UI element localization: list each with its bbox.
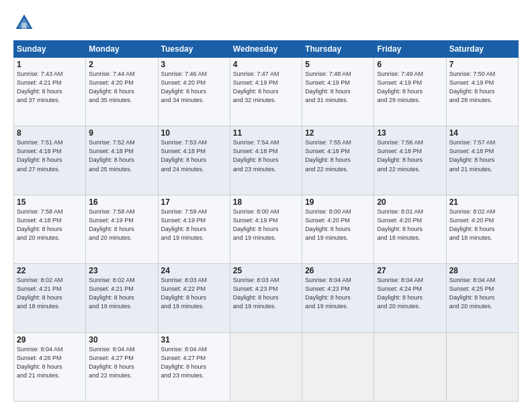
day-info: Sunrise: 8:00 AM Sunset: 4:19 PM Dayligh… xyxy=(233,208,299,242)
day-info: Sunrise: 7:52 AM Sunset: 4:18 PM Dayligh… xyxy=(89,138,154,173)
week-row-1: 1Sunrise: 7:43 AM Sunset: 4:21 PM Daylig… xyxy=(14,58,519,126)
day-info: Sunrise: 8:04 AM Sunset: 4:27 PM Dayligh… xyxy=(161,345,227,380)
calendar-cell: 8Sunrise: 7:51 AM Sunset: 4:18 PM Daylig… xyxy=(14,126,86,195)
weekday-header-sunday: Sunday xyxy=(14,41,86,58)
day-info: Sunrise: 7:56 AM Sunset: 4:18 PM Dayligh… xyxy=(377,138,443,173)
day-info: Sunrise: 8:03 AM Sunset: 4:22 PM Dayligh… xyxy=(161,276,227,311)
day-info: Sunrise: 8:04 AM Sunset: 4:24 PM Dayligh… xyxy=(377,276,443,311)
day-number: 12 xyxy=(305,128,371,138)
day-info: Sunrise: 8:02 AM Sunset: 4:21 PM Dayligh… xyxy=(89,276,154,311)
svg-rect-2 xyxy=(21,23,26,29)
day-number: 8 xyxy=(17,128,83,138)
day-number: 5 xyxy=(305,60,371,69)
calendar-cell: 27Sunrise: 8:04 AM Sunset: 4:24 PM Dayli… xyxy=(374,264,446,332)
day-number: 10 xyxy=(161,128,227,138)
calendar-cell: 5Sunrise: 7:48 AM Sunset: 4:19 PM Daylig… xyxy=(302,58,374,126)
calendar-table: SundayMondayTuesdayWednesdayThursdayFrid… xyxy=(13,40,519,402)
day-info: Sunrise: 8:02 AM Sunset: 4:20 PM Dayligh… xyxy=(449,208,515,242)
day-info: Sunrise: 7:47 AM Sunset: 4:19 PM Dayligh… xyxy=(233,70,299,105)
calendar-cell: 17Sunrise: 7:59 AM Sunset: 4:19 PM Dayli… xyxy=(158,195,230,263)
day-number: 6 xyxy=(377,60,443,69)
day-number: 21 xyxy=(449,197,515,207)
day-number: 24 xyxy=(161,266,227,275)
day-info: Sunrise: 7:43 AM Sunset: 4:21 PM Dayligh… xyxy=(17,70,83,105)
day-number: 13 xyxy=(377,128,443,138)
calendar-cell: 4Sunrise: 7:47 AM Sunset: 4:19 PM Daylig… xyxy=(230,58,302,126)
day-number: 28 xyxy=(449,266,515,275)
calendar-cell: 9Sunrise: 7:52 AM Sunset: 4:18 PM Daylig… xyxy=(86,126,158,195)
weekday-header-friday: Friday xyxy=(374,41,446,58)
day-number: 11 xyxy=(233,128,299,138)
day-number: 23 xyxy=(89,266,154,275)
day-number: 19 xyxy=(305,197,371,207)
calendar-cell: 15Sunrise: 7:58 AM Sunset: 4:18 PM Dayli… xyxy=(14,195,86,263)
day-number: 16 xyxy=(89,197,154,207)
day-number: 14 xyxy=(449,128,515,138)
calendar-cell xyxy=(302,332,374,401)
calendar-cell xyxy=(374,332,446,401)
day-number: 1 xyxy=(17,60,83,69)
calendar-cell: 7Sunrise: 7:50 AM Sunset: 4:19 PM Daylig… xyxy=(446,58,518,126)
calendar-cell: 3Sunrise: 7:46 AM Sunset: 4:20 PM Daylig… xyxy=(158,58,230,126)
header xyxy=(13,12,519,34)
day-info: Sunrise: 7:54 AM Sunset: 4:18 PM Dayligh… xyxy=(233,138,299,173)
weekday-header-monday: Monday xyxy=(86,41,158,58)
calendar-cell: 2Sunrise: 7:44 AM Sunset: 4:20 PM Daylig… xyxy=(86,58,158,126)
calendar-cell: 1Sunrise: 7:43 AM Sunset: 4:21 PM Daylig… xyxy=(14,58,86,126)
calendar-cell: 10Sunrise: 7:53 AM Sunset: 4:18 PM Dayli… xyxy=(158,126,230,195)
day-number: 22 xyxy=(17,266,83,275)
calendar-cell: 21Sunrise: 8:02 AM Sunset: 4:20 PM Dayli… xyxy=(446,195,518,263)
calendar-cell: 20Sunrise: 8:01 AM Sunset: 4:20 PM Dayli… xyxy=(374,195,446,263)
logo-icon xyxy=(13,12,35,34)
logo xyxy=(13,12,38,34)
day-number: 7 xyxy=(449,60,515,69)
calendar-cell: 12Sunrise: 7:55 AM Sunset: 4:18 PM Dayli… xyxy=(302,126,374,195)
day-info: Sunrise: 7:55 AM Sunset: 4:18 PM Dayligh… xyxy=(305,138,371,173)
day-info: Sunrise: 8:03 AM Sunset: 4:23 PM Dayligh… xyxy=(233,276,299,311)
day-number: 25 xyxy=(233,266,299,275)
day-info: Sunrise: 8:04 AM Sunset: 4:23 PM Dayligh… xyxy=(305,276,371,311)
calendar-cell: 16Sunrise: 7:58 AM Sunset: 4:19 PM Dayli… xyxy=(86,195,158,263)
day-number: 30 xyxy=(89,335,154,345)
calendar-cell: 22Sunrise: 8:02 AM Sunset: 4:21 PM Dayli… xyxy=(14,264,86,332)
calendar-cell xyxy=(230,332,302,401)
calendar-header: SundayMondayTuesdayWednesdayThursdayFrid… xyxy=(14,41,519,58)
calendar-cell: 11Sunrise: 7:54 AM Sunset: 4:18 PM Dayli… xyxy=(230,126,302,195)
day-info: Sunrise: 7:57 AM Sunset: 4:18 PM Dayligh… xyxy=(449,138,515,173)
day-number: 4 xyxy=(233,60,299,69)
week-row-3: 15Sunrise: 7:58 AM Sunset: 4:18 PM Dayli… xyxy=(14,195,519,263)
weekday-header-row: SundayMondayTuesdayWednesdayThursdayFrid… xyxy=(14,41,519,58)
day-info: Sunrise: 8:01 AM Sunset: 4:20 PM Dayligh… xyxy=(377,208,443,242)
calendar-cell xyxy=(446,332,518,401)
calendar-cell: 30Sunrise: 8:04 AM Sunset: 4:27 PM Dayli… xyxy=(86,332,158,401)
day-info: Sunrise: 7:58 AM Sunset: 4:18 PM Dayligh… xyxy=(17,208,83,242)
calendar-cell: 14Sunrise: 7:57 AM Sunset: 4:18 PM Dayli… xyxy=(446,126,518,195)
day-number: 9 xyxy=(89,128,154,138)
day-info: Sunrise: 7:53 AM Sunset: 4:18 PM Dayligh… xyxy=(161,138,227,173)
calendar-cell: 6Sunrise: 7:49 AM Sunset: 4:19 PM Daylig… xyxy=(374,58,446,126)
weekday-header-thursday: Thursday xyxy=(302,41,374,58)
week-row-4: 22Sunrise: 8:02 AM Sunset: 4:21 PM Dayli… xyxy=(14,264,519,332)
calendar-body: 1Sunrise: 7:43 AM Sunset: 4:21 PM Daylig… xyxy=(14,58,519,402)
day-number: 27 xyxy=(377,266,443,275)
day-number: 20 xyxy=(377,197,443,207)
day-number: 2 xyxy=(89,60,154,69)
day-info: Sunrise: 8:04 AM Sunset: 4:25 PM Dayligh… xyxy=(449,276,515,311)
day-info: Sunrise: 7:46 AM Sunset: 4:20 PM Dayligh… xyxy=(161,70,227,105)
day-info: Sunrise: 7:49 AM Sunset: 4:19 PM Dayligh… xyxy=(377,70,443,105)
day-info: Sunrise: 7:58 AM Sunset: 4:19 PM Dayligh… xyxy=(89,208,154,242)
day-info: Sunrise: 7:50 AM Sunset: 4:19 PM Dayligh… xyxy=(449,70,515,105)
day-info: Sunrise: 7:59 AM Sunset: 4:19 PM Dayligh… xyxy=(161,208,227,242)
day-number: 31 xyxy=(161,335,227,345)
day-number: 15 xyxy=(17,197,83,207)
day-number: 18 xyxy=(233,197,299,207)
calendar-cell: 29Sunrise: 8:04 AM Sunset: 4:26 PM Dayli… xyxy=(14,332,86,401)
week-row-5: 29Sunrise: 8:04 AM Sunset: 4:26 PM Dayli… xyxy=(14,332,519,401)
calendar-cell: 24Sunrise: 8:03 AM Sunset: 4:22 PM Dayli… xyxy=(158,264,230,332)
weekday-header-wednesday: Wednesday xyxy=(230,41,302,58)
calendar-page: SundayMondayTuesdayWednesdayThursdayFrid… xyxy=(0,0,532,411)
day-info: Sunrise: 7:51 AM Sunset: 4:18 PM Dayligh… xyxy=(17,138,83,173)
weekday-header-saturday: Saturday xyxy=(446,41,518,58)
day-number: 26 xyxy=(305,266,371,275)
calendar-cell: 26Sunrise: 8:04 AM Sunset: 4:23 PM Dayli… xyxy=(302,264,374,332)
